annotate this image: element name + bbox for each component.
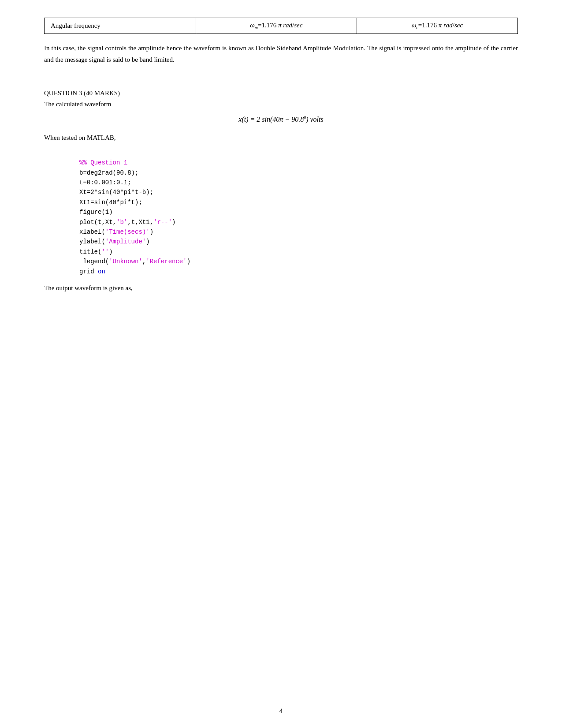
omega-c-symbol: ωc: [412, 22, 418, 29]
output-label: The output waveform is given as,: [44, 283, 518, 294]
code-line-9: title(''): [79, 248, 113, 255]
code-string-reference: 'Reference': [146, 258, 186, 265]
math-formula-block: x(t) = 2 sin(40π − 90.80) volts: [44, 115, 518, 123]
table-row: Angular frequency ωm=1.176 π rad/sec ωc=…: [45, 18, 518, 34]
code-string-title: '': [101, 248, 109, 255]
code-string-unknown: 'Unknown': [109, 258, 142, 265]
code-line-5: figure(1): [79, 209, 113, 216]
frequency-table: Angular frequency ωm=1.176 π rad/sec ωc=…: [44, 18, 518, 34]
math-formula: x(t) = 2 sin(40π − 90.80) volts: [238, 116, 323, 123]
table-cell-label: Angular frequency: [45, 18, 196, 34]
omega-m-value: =1.176 π rad/sec: [258, 22, 302, 29]
code-keyword-on: on: [98, 268, 105, 275]
omega-m-symbol: ωm: [250, 22, 258, 29]
code-line-2: t=0:0.001:0.1;: [79, 179, 131, 186]
table-cell-omega-c: ωc=1.176 π rad/sec: [357, 18, 517, 34]
code-comment-line: %% Question 1: [79, 159, 127, 166]
page: Angular frequency ωm=1.176 π rad/sec ωc=…: [0, 0, 562, 728]
code-line-1: b=deg2rad(90.8);: [79, 169, 138, 176]
code-line-3: Xt=2*sin(40*pi*t-b);: [79, 189, 153, 196]
matlab-intro: When tested on MATLAB,: [44, 132, 518, 144]
code-line-6: plot(t,Xt,'b',t,Xt1,'r--'): [79, 219, 175, 226]
code-line-4: Xt1=sin(40*pi*t);: [79, 199, 142, 206]
code-line-11: grid on: [79, 268, 105, 275]
code-string-r: 'r--': [153, 219, 172, 226]
table-cell-omega-m: ωm=1.176 π rad/sec: [196, 18, 357, 34]
omega-c-value: =1.176 π rad/sec: [418, 22, 463, 29]
code-string-xlabel: 'Time(secs)': [105, 228, 150, 235]
question-heading: QUESTION 3 (40 MARKS): [44, 90, 518, 97]
code-line-8: ylabel('Amplitude'): [79, 238, 150, 245]
code-string-ylabel: 'Amplitude': [105, 238, 146, 245]
code-string-b: 'b': [116, 219, 127, 226]
subscript-m: m: [255, 25, 258, 30]
paragraph-1: In this case, the signal controls the am…: [44, 43, 518, 65]
code-line-10: legend('Unknown','Reference'): [79, 258, 190, 265]
code-line-7: xlabel('Time(secs)'): [79, 228, 153, 235]
waveform-label: The calculated waveform: [44, 101, 518, 108]
page-number: 4: [0, 707, 562, 715]
code-block: %% Question 1 b=deg2rad(90.8); t=0:0.001…: [79, 148, 518, 276]
